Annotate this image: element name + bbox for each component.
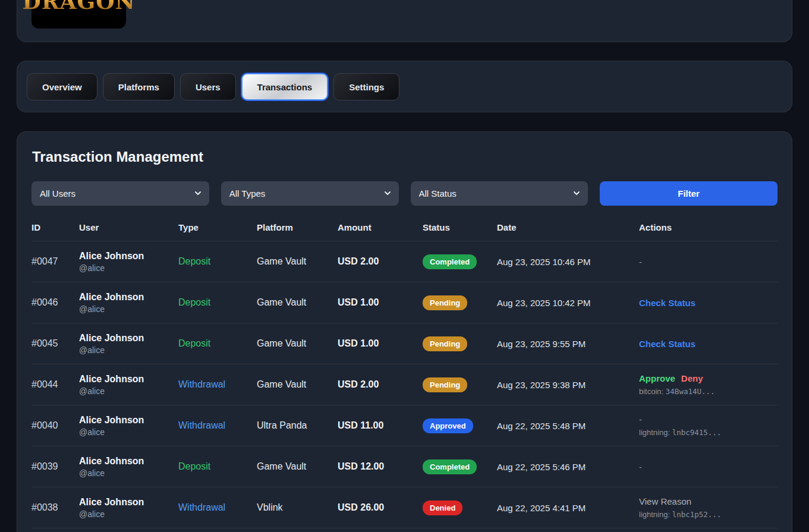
transaction-date: Aug 23, 2025 9:55 PM xyxy=(497,339,639,349)
tab-bar: Overview Platforms Users Transactions Se… xyxy=(17,61,792,112)
user-cell: Alice Johnson @alice xyxy=(79,292,178,314)
tab-overview[interactable]: Overview xyxy=(27,73,97,100)
actions-cell: - xyxy=(639,257,777,267)
crypto-address: bitcoin: 34Bwa14U... xyxy=(639,387,777,396)
approve-link[interactable]: Approve xyxy=(639,373,675,383)
amount: USD 2.00 xyxy=(338,379,423,390)
check-status-link[interactable]: Check Status xyxy=(639,339,695,349)
transaction-date: Aug 22, 2025 4:41 PM xyxy=(497,503,639,513)
transaction-date: Aug 22, 2025 5:48 PM xyxy=(497,421,639,431)
amount: USD 2.00 xyxy=(338,256,423,267)
actions-cell: - xyxy=(639,462,777,472)
user-handle: @alice xyxy=(79,427,178,437)
actions-cell: Check Status xyxy=(639,298,777,308)
dragon-logo-text: DRAGON xyxy=(22,0,135,14)
user-name: Alice Johnson xyxy=(79,333,178,344)
transactions-table: ID User Type Platform Amount Status Date… xyxy=(32,216,777,528)
deny-link[interactable]: Deny xyxy=(681,373,703,383)
user-cell: Alice Johnson @alice xyxy=(79,415,178,437)
crypto-address: lightning: lnbc1p52... xyxy=(639,510,777,519)
table-row: #0040 Alice Johnson @alice Withdrawal Ul… xyxy=(32,405,777,446)
platform-name: Game Vault xyxy=(257,338,338,349)
tab-settings[interactable]: Settings xyxy=(333,73,399,100)
type-filter-wrap: All Types xyxy=(221,181,399,206)
tab-users[interactable]: Users xyxy=(180,73,236,100)
status-badge: Pending xyxy=(423,377,467,392)
user-name: Alice Johnson xyxy=(79,497,178,508)
tab-platforms[interactable]: Platforms xyxy=(103,73,175,100)
transaction-id: #0047 xyxy=(32,256,79,267)
actions-cell: Check Status xyxy=(639,339,777,349)
check-status-link[interactable]: Check Status xyxy=(639,298,695,308)
transaction-panel: Transaction Management All Users All Typ… xyxy=(17,131,792,532)
status-filter-select[interactable]: All Status xyxy=(411,181,588,206)
transaction-type: Withdrawal xyxy=(178,420,257,431)
logo-card: DRAGON xyxy=(17,0,792,42)
platform-name: Game Vault xyxy=(257,256,338,267)
user-filter-select[interactable]: All Users xyxy=(32,181,209,206)
platform-name: Ultra Panda xyxy=(257,420,338,431)
status-cell: Pending xyxy=(423,295,497,310)
status-badge: Denied xyxy=(423,500,462,515)
page: DRAGON Overview Platforms Users Transact… xyxy=(0,0,809,532)
user-name: Alice Johnson xyxy=(79,292,178,303)
user-cell: Alice Johnson @alice xyxy=(79,456,178,478)
user-name: Alice Johnson xyxy=(79,415,178,426)
no-action-dash: - xyxy=(639,414,642,424)
status-cell: Pending xyxy=(423,336,497,351)
status-badge: Pending xyxy=(423,336,467,351)
header-actions: Actions xyxy=(639,222,777,232)
header-status: Status xyxy=(423,222,497,232)
user-cell: Alice Johnson @alice xyxy=(79,497,178,519)
transaction-type: Withdrawal xyxy=(178,502,257,513)
tab-transactions[interactable]: Transactions xyxy=(241,73,329,100)
platform-name: Game Vault xyxy=(257,297,338,308)
header-user: User xyxy=(79,222,178,232)
header-id: ID xyxy=(32,222,79,232)
view-reason-link[interactable]: View Reason xyxy=(639,496,691,506)
platform-name: Game Vault xyxy=(257,379,338,390)
header-platform: Platform xyxy=(257,222,338,232)
user-name: Alice Johnson xyxy=(79,374,178,385)
transaction-id: #0046 xyxy=(32,297,79,308)
user-handle: @alice xyxy=(79,468,178,478)
transaction-id: #0039 xyxy=(32,461,79,472)
header-type: Type xyxy=(178,222,257,232)
actions-cell: ApproveDenybitcoin: 34Bwa14U... xyxy=(639,373,777,396)
user-handle: @alice xyxy=(79,509,178,519)
amount: USD 1.00 xyxy=(338,338,423,349)
user-name: Alice Johnson xyxy=(79,456,178,467)
status-badge: Completed xyxy=(423,254,477,269)
user-handle: @alice xyxy=(79,345,178,355)
actions-cell: View Reasonlightning: lnbc1p52... xyxy=(639,496,777,519)
transaction-date: Aug 23, 2025 10:42 PM xyxy=(497,298,639,308)
table-row: #0047 Alice Johnson @alice Deposit Game … xyxy=(32,241,777,282)
user-cell: Alice Johnson @alice xyxy=(79,333,178,355)
amount: USD 12.00 xyxy=(338,461,423,472)
type-filter-select[interactable]: All Types xyxy=(221,181,399,206)
status-badge: Pending xyxy=(423,295,467,310)
table-row: #0039 Alice Johnson @alice Deposit Game … xyxy=(32,446,777,487)
transaction-date: Aug 23, 2025 9:38 PM xyxy=(497,380,639,390)
status-cell: Completed xyxy=(423,459,497,474)
user-cell: Alice Johnson @alice xyxy=(79,374,178,396)
status-cell: Completed xyxy=(423,254,497,269)
user-handle: @alice xyxy=(79,386,178,396)
user-handle: @alice xyxy=(79,304,178,314)
actions-cell: -lightning: lnbc9415... xyxy=(639,414,777,437)
filter-button[interactable]: Filter xyxy=(600,181,777,206)
transaction-date: Aug 22, 2025 5:46 PM xyxy=(497,462,639,472)
page-title: Transaction Management xyxy=(32,149,777,165)
table-header: ID User Type Platform Amount Status Date… xyxy=(32,216,777,241)
user-name: Alice Johnson xyxy=(79,251,178,262)
table-row: #0046 Alice Johnson @alice Deposit Game … xyxy=(32,282,777,323)
table-row: #0038 Alice Johnson @alice Withdrawal Vb… xyxy=(32,487,777,528)
amount: USD 26.00 xyxy=(338,502,423,513)
amount: USD 11.00 xyxy=(338,420,423,431)
transaction-type: Deposit xyxy=(178,256,257,267)
header-amount: Amount xyxy=(338,222,423,232)
crypto-address: lightning: lnbc9415... xyxy=(639,428,777,437)
status-badge: Approved xyxy=(423,418,473,433)
transaction-id: #0038 xyxy=(32,502,79,513)
header-date: Date xyxy=(497,222,639,232)
